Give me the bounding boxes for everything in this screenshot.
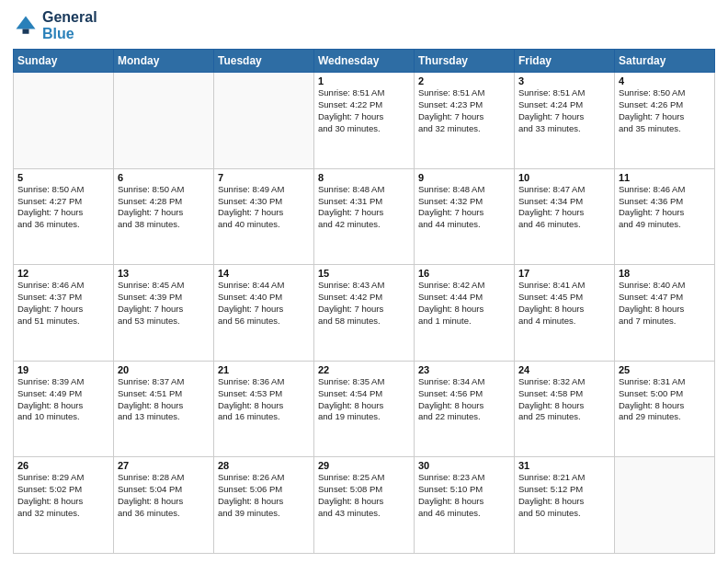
calendar-cell: 19Sunrise: 8:39 AM Sunset: 4:49 PM Dayli…: [14, 361, 114, 457]
day-number: 5: [17, 172, 109, 183]
day-number: 23: [418, 364, 510, 375]
calendar-body: 1Sunrise: 8:51 AM Sunset: 4:22 PM Daylig…: [14, 73, 715, 554]
svg-marker-0: [17, 16, 36, 29]
calendar-cell: 10Sunrise: 8:47 AM Sunset: 4:34 PM Dayli…: [515, 168, 615, 265]
day-number: 21: [218, 364, 310, 375]
day-number: 18: [619, 268, 711, 279]
day-number: 31: [518, 460, 610, 471]
day-info: Sunrise: 8:51 AM Sunset: 4:23 PM Dayligh…: [418, 87, 510, 134]
dow-header-tuesday: Tuesday: [214, 50, 314, 73]
day-info: Sunrise: 8:28 AM Sunset: 5:04 PM Dayligh…: [118, 472, 210, 519]
day-info: Sunrise: 8:49 AM Sunset: 4:30 PM Dayligh…: [218, 184, 310, 231]
day-number: 27: [118, 460, 210, 471]
day-info: Sunrise: 8:29 AM Sunset: 5:02 PM Dayligh…: [17, 472, 109, 519]
dow-header-sunday: Sunday: [14, 50, 114, 73]
calendar-cell: 5Sunrise: 8:50 AM Sunset: 4:27 PM Daylig…: [14, 168, 114, 265]
calendar-cell: 21Sunrise: 8:36 AM Sunset: 4:53 PM Dayli…: [214, 361, 314, 457]
calendar-table: SundayMondayTuesdayWednesdayThursdayFrid…: [13, 49, 715, 554]
logo-text: General Blue: [42, 9, 97, 41]
day-number: 17: [518, 268, 610, 279]
dow-header-saturday: Saturday: [615, 50, 715, 73]
day-info: Sunrise: 8:31 AM Sunset: 5:00 PM Dayligh…: [619, 376, 711, 423]
calendar-cell: 28Sunrise: 8:26 AM Sunset: 5:06 PM Dayli…: [214, 457, 314, 554]
day-info: Sunrise: 8:35 AM Sunset: 4:54 PM Dayligh…: [318, 376, 410, 423]
calendar-cell: 4Sunrise: 8:50 AM Sunset: 4:26 PM Daylig…: [615, 73, 715, 169]
day-number: 12: [17, 268, 109, 279]
calendar-cell: [14, 73, 114, 169]
calendar-cell: 25Sunrise: 8:31 AM Sunset: 5:00 PM Dayli…: [615, 361, 715, 457]
day-number: 30: [418, 460, 510, 471]
svg-rect-1: [23, 29, 29, 33]
calendar-cell: 23Sunrise: 8:34 AM Sunset: 4:56 PM Dayli…: [415, 361, 515, 457]
calendar-cell: 14Sunrise: 8:44 AM Sunset: 4:40 PM Dayli…: [214, 265, 314, 362]
week-row-3: 19Sunrise: 8:39 AM Sunset: 4:49 PM Dayli…: [14, 361, 715, 457]
day-info: Sunrise: 8:46 AM Sunset: 4:37 PM Dayligh…: [17, 280, 109, 327]
week-row-4: 26Sunrise: 8:29 AM Sunset: 5:02 PM Dayli…: [14, 457, 715, 554]
calendar-cell: 31Sunrise: 8:21 AM Sunset: 5:12 PM Dayli…: [515, 457, 615, 554]
day-number: 24: [518, 364, 610, 375]
day-info: Sunrise: 8:40 AM Sunset: 4:47 PM Dayligh…: [619, 280, 711, 327]
day-info: Sunrise: 8:42 AM Sunset: 4:44 PM Dayligh…: [418, 280, 510, 327]
day-info: Sunrise: 8:48 AM Sunset: 4:32 PM Dayligh…: [418, 184, 510, 231]
calendar-cell: [615, 457, 715, 554]
day-info: Sunrise: 8:32 AM Sunset: 4:58 PM Dayligh…: [518, 376, 610, 423]
calendar-cell: 22Sunrise: 8:35 AM Sunset: 4:54 PM Dayli…: [314, 361, 415, 457]
day-info: Sunrise: 8:44 AM Sunset: 4:40 PM Dayligh…: [218, 280, 310, 327]
day-info: Sunrise: 8:50 AM Sunset: 4:26 PM Dayligh…: [619, 87, 711, 134]
day-number: 1: [318, 75, 410, 86]
calendar-cell: 29Sunrise: 8:25 AM Sunset: 5:08 PM Dayli…: [314, 457, 415, 554]
calendar-cell: 27Sunrise: 8:28 AM Sunset: 5:04 PM Dayli…: [114, 457, 214, 554]
day-info: Sunrise: 8:48 AM Sunset: 4:31 PM Dayligh…: [318, 184, 410, 231]
week-row-0: 1Sunrise: 8:51 AM Sunset: 4:22 PM Daylig…: [14, 73, 715, 169]
day-info: Sunrise: 8:34 AM Sunset: 4:56 PM Dayligh…: [418, 376, 510, 423]
calendar-cell: 7Sunrise: 8:49 AM Sunset: 4:30 PM Daylig…: [214, 168, 314, 265]
day-of-week-row: SundayMondayTuesdayWednesdayThursdayFrid…: [14, 50, 715, 73]
day-number: 14: [218, 268, 310, 279]
logo-icon: [13, 13, 39, 39]
day-info: Sunrise: 8:23 AM Sunset: 5:10 PM Dayligh…: [418, 472, 510, 519]
calendar-cell: 8Sunrise: 8:48 AM Sunset: 4:31 PM Daylig…: [314, 168, 415, 265]
day-number: 25: [619, 364, 711, 375]
calendar-cell: 26Sunrise: 8:29 AM Sunset: 5:02 PM Dayli…: [14, 457, 114, 554]
day-info: Sunrise: 8:51 AM Sunset: 4:22 PM Dayligh…: [318, 87, 410, 134]
calendar-cell: 17Sunrise: 8:41 AM Sunset: 4:45 PM Dayli…: [515, 265, 615, 362]
day-number: 16: [418, 268, 510, 279]
logo: General Blue: [13, 9, 97, 41]
day-info: Sunrise: 8:37 AM Sunset: 4:51 PM Dayligh…: [118, 376, 210, 423]
calendar-cell: 2Sunrise: 8:51 AM Sunset: 4:23 PM Daylig…: [415, 73, 515, 169]
dow-header-thursday: Thursday: [415, 50, 515, 73]
day-number: 10: [518, 172, 610, 183]
day-info: Sunrise: 8:45 AM Sunset: 4:39 PM Dayligh…: [118, 280, 210, 327]
day-info: Sunrise: 8:41 AM Sunset: 4:45 PM Dayligh…: [518, 280, 610, 327]
calendar-cell: [114, 73, 214, 169]
calendar-cell: 11Sunrise: 8:46 AM Sunset: 4:36 PM Dayli…: [615, 168, 715, 265]
day-number: 4: [619, 75, 711, 86]
page: General Blue SundayMondayTuesdayWednesda…: [0, 0, 728, 563]
day-info: Sunrise: 8:50 AM Sunset: 4:28 PM Dayligh…: [118, 184, 210, 231]
day-info: Sunrise: 8:43 AM Sunset: 4:42 PM Dayligh…: [318, 280, 410, 327]
calendar-cell: 12Sunrise: 8:46 AM Sunset: 4:37 PM Dayli…: [14, 265, 114, 362]
day-info: Sunrise: 8:21 AM Sunset: 5:12 PM Dayligh…: [518, 472, 610, 519]
calendar-cell: 1Sunrise: 8:51 AM Sunset: 4:22 PM Daylig…: [314, 73, 415, 169]
day-number: 7: [218, 172, 310, 183]
day-number: 9: [418, 172, 510, 183]
day-info: Sunrise: 8:26 AM Sunset: 5:06 PM Dayligh…: [218, 472, 310, 519]
calendar-cell: 30Sunrise: 8:23 AM Sunset: 5:10 PM Dayli…: [415, 457, 515, 554]
day-number: 26: [17, 460, 109, 471]
dow-header-wednesday: Wednesday: [314, 50, 415, 73]
day-info: Sunrise: 8:47 AM Sunset: 4:34 PM Dayligh…: [518, 184, 610, 231]
day-number: 2: [418, 75, 510, 86]
day-number: 8: [318, 172, 410, 183]
calendar-cell: 16Sunrise: 8:42 AM Sunset: 4:44 PM Dayli…: [415, 265, 515, 362]
day-number: 13: [118, 268, 210, 279]
calendar-cell: 3Sunrise: 8:51 AM Sunset: 4:24 PM Daylig…: [515, 73, 615, 169]
day-number: 29: [318, 460, 410, 471]
day-info: Sunrise: 8:50 AM Sunset: 4:27 PM Dayligh…: [17, 184, 109, 231]
calendar-cell: 6Sunrise: 8:50 AM Sunset: 4:28 PM Daylig…: [114, 168, 214, 265]
day-number: 15: [318, 268, 410, 279]
day-info: Sunrise: 8:36 AM Sunset: 4:53 PM Dayligh…: [218, 376, 310, 423]
day-info: Sunrise: 8:51 AM Sunset: 4:24 PM Dayligh…: [518, 87, 610, 134]
day-number: 6: [118, 172, 210, 183]
day-number: 20: [118, 364, 210, 375]
week-row-2: 12Sunrise: 8:46 AM Sunset: 4:37 PM Dayli…: [14, 265, 715, 362]
